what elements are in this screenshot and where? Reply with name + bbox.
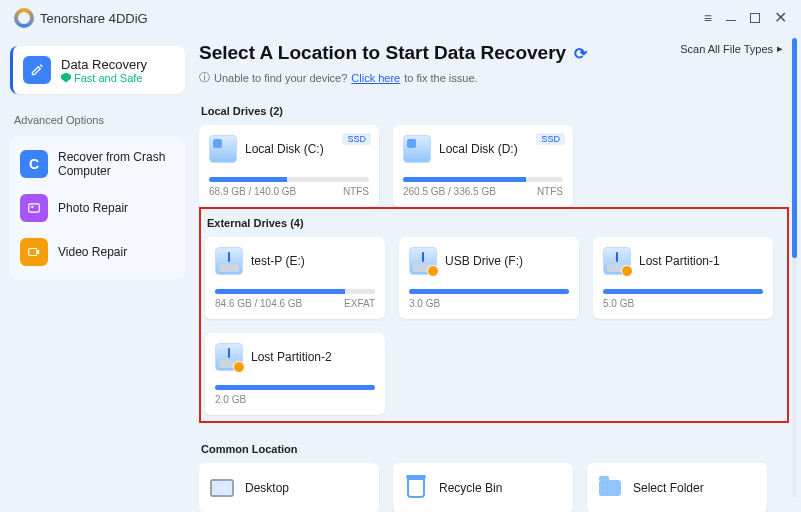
drive-fs: EXFAT: [344, 298, 375, 309]
titlebar: Tenorshare 4DDiG ≡ ✕: [0, 0, 801, 36]
location-label: Select Folder: [633, 481, 704, 495]
hint-link[interactable]: Click here: [351, 72, 400, 84]
local-drives-label: Local Drives (2): [201, 105, 801, 117]
recycle-bin-icon: [403, 475, 429, 501]
drive-name: Lost Partition-2: [251, 350, 332, 364]
drive-card-local-c[interactable]: SSD Local Disk (C:) 68.9 GB / 140.0 GBNT…: [199, 125, 379, 207]
sidebar-item-video-repair[interactable]: Video Repair: [12, 230, 183, 274]
drive-card-ext-2[interactable]: Lost Partition-1 5.0 GB: [593, 237, 773, 319]
drive-fs: NTFS: [537, 186, 563, 197]
window-controls: ≡ ✕: [704, 10, 787, 26]
computer-c-icon: C: [20, 150, 48, 178]
svg-rect-2: [29, 249, 37, 256]
location-label: Recycle Bin: [439, 481, 502, 495]
drive-name: Local Disk (D:): [439, 142, 518, 156]
drive-size: 68.9 GB / 140.0 GB: [209, 186, 296, 197]
usb-icon: [603, 247, 631, 275]
drive-card-ext-3[interactable]: Lost Partition-2 2.0 GB: [205, 333, 385, 415]
desktop-icon: [209, 475, 235, 501]
drive-size: 260.5 GB / 336.5 GB: [403, 186, 496, 197]
refresh-icon[interactable]: ⟳: [574, 44, 587, 63]
maximize-icon[interactable]: [750, 13, 760, 23]
warning-badge-icon: [233, 361, 245, 373]
close-icon[interactable]: ✕: [774, 10, 787, 26]
sidebar-primary-title: Data Recovery: [61, 57, 147, 72]
usb-icon: [409, 247, 437, 275]
usb-icon: [215, 247, 243, 275]
scrollbar-thumb[interactable]: [792, 38, 797, 258]
sidebar-primary-sub: Fast and Safe: [61, 72, 147, 84]
photo-icon: [20, 194, 48, 222]
drive-name: Lost Partition-1: [639, 254, 720, 268]
sidebar-item-data-recovery[interactable]: Data Recovery Fast and Safe: [10, 46, 185, 94]
video-icon: [20, 238, 48, 266]
warning-badge-icon: [427, 265, 439, 277]
advanced-options-label: Advanced Options: [14, 114, 181, 126]
sidebar-item-photo-repair[interactable]: Photo Repair: [12, 186, 183, 230]
drive-card-ext-0[interactable]: test-P (E:) 84.6 GB / 104.6 GBEXFAT: [205, 237, 385, 319]
drive-size: 2.0 GB: [215, 394, 246, 405]
drive-size: 3.0 GB: [409, 298, 440, 309]
drive-card-ext-1[interactable]: USB Drive (F:) 3.0 GB: [399, 237, 579, 319]
drive-name: Local Disk (C:): [245, 142, 324, 156]
location-recycle-bin[interactable]: Recycle Bin: [393, 463, 573, 512]
menu-icon[interactable]: ≡: [704, 11, 712, 25]
drive-card-local-d[interactable]: SSD Local Disk (D:) 260.5 GB / 336.5 GBN…: [393, 125, 573, 207]
drive-size: 84.6 GB / 104.6 GB: [215, 298, 302, 309]
page-title: Select A Location to Start Data Recovery…: [199, 42, 587, 64]
drive-tag: SSD: [342, 133, 371, 145]
shield-icon: [61, 73, 71, 83]
drive-tag: SSD: [536, 133, 565, 145]
disk-icon: [403, 135, 431, 163]
warning-badge-icon: [621, 265, 633, 277]
external-drives-label: External Drives (4): [207, 217, 783, 229]
sidebar: Data Recovery Fast and Safe Advanced Opt…: [0, 36, 195, 512]
drive-name: test-P (E:): [251, 254, 305, 268]
common-location-label: Common Location: [201, 443, 801, 455]
location-label: Desktop: [245, 481, 289, 495]
brand: Tenorshare 4DDiG: [14, 8, 148, 28]
minimize-icon[interactable]: [726, 20, 736, 21]
scan-file-types-button[interactable]: Scan All File Types ▸: [680, 42, 783, 55]
content-area: Select A Location to Start Data Recovery…: [195, 36, 801, 512]
location-desktop[interactable]: Desktop: [199, 463, 379, 512]
disk-icon: [209, 135, 237, 163]
drive-size: 5.0 GB: [603, 298, 634, 309]
usb-icon: [215, 343, 243, 371]
chevron-right-icon: ▸: [777, 42, 783, 55]
folder-icon: [597, 475, 623, 501]
drive-name: USB Drive (F:): [445, 254, 523, 268]
external-drives-highlight: External Drives (4) test-P (E:) 84.6 GB …: [199, 207, 789, 423]
drive-fs: NTFS: [343, 186, 369, 197]
sidebar-item-label: Video Repair: [58, 245, 127, 259]
svg-point-1: [31, 206, 33, 208]
brand-name: Tenorshare 4DDiG: [40, 11, 148, 26]
advanced-options-group: C Recover from Crash Computer Photo Repa…: [10, 136, 185, 280]
tools-icon: [23, 56, 51, 84]
question-icon: ⓘ: [199, 70, 210, 85]
sidebar-item-label: Recover from Crash Computer: [58, 150, 175, 178]
sidebar-item-recover-crash[interactable]: C Recover from Crash Computer: [12, 142, 183, 186]
hint-row: ⓘ Unable to find your device? Click here…: [199, 70, 587, 85]
sidebar-item-label: Photo Repair: [58, 201, 128, 215]
location-select-folder[interactable]: Select Folder: [587, 463, 767, 512]
svg-rect-0: [29, 204, 40, 212]
brand-logo-icon: [14, 8, 34, 28]
